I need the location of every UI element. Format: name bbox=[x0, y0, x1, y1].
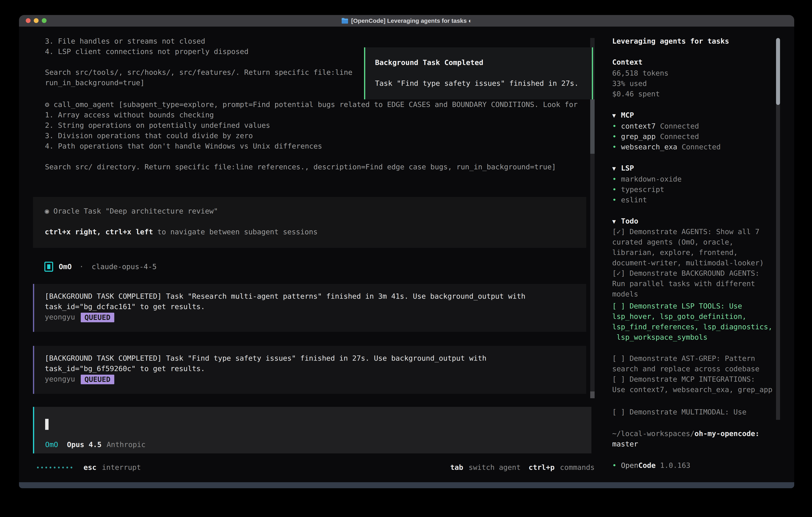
esc-key-hint: esc bbox=[84, 462, 96, 472]
input-meta: OmOOpus 4.5Anthropic bbox=[45, 439, 146, 450]
message-meta: yeongyuQUEUED bbox=[45, 312, 582, 322]
prompt-input[interactable]: OmOOpus 4.5Anthropic bbox=[33, 407, 591, 454]
close-window-button[interactable] bbox=[26, 18, 31, 23]
message-body: [BACKGROUND TASK COMPLETED] Task "Find t… bbox=[45, 353, 582, 374]
status-dot-icon: • bbox=[612, 184, 621, 195]
input-agent-name: OmO bbox=[45, 439, 58, 450]
message-author: yeongyu bbox=[45, 313, 75, 321]
sidebar-scrollbar-track bbox=[776, 104, 780, 420]
tab-key-label: switch agent bbox=[468, 462, 521, 472]
subagent-shortcut-hint: ctrl+x right, ctrl+x left to navigate be… bbox=[45, 227, 586, 237]
oracle-task-title: ◉ Oracle Task "Deep architecture review" bbox=[45, 206, 586, 216]
context-heading: Context bbox=[612, 57, 792, 67]
collapse-arrow-icon: ▼ bbox=[612, 110, 621, 121]
sidebar-scrollbar-thumb[interactable] bbox=[776, 38, 780, 105]
statusbar-right: tab switch agent ctrl+p commands bbox=[450, 462, 594, 472]
message-meta: yeongyuQUEUED bbox=[45, 374, 582, 384]
status-dot-icon: • bbox=[612, 174, 621, 184]
message-body: [BACKGROUND TASK COMPLETED] Task "Resear… bbox=[45, 291, 582, 312]
omo-agent-icon bbox=[45, 262, 53, 272]
context-spent: $0.46 spent bbox=[612, 89, 792, 99]
chat-scrollbar-thumb[interactable] bbox=[590, 99, 594, 154]
status-dot-icon: • bbox=[612, 460, 621, 471]
shortcut-description: to navigate between subagent sessions bbox=[153, 228, 318, 236]
mcp-section-heading[interactable]: ▼MCP bbox=[612, 110, 792, 121]
context-used: 33% used bbox=[612, 78, 792, 89]
lsp-item: •eslint bbox=[612, 195, 647, 205]
lsp-section-heading[interactable]: ▼LSP bbox=[612, 163, 792, 174]
ctrlp-key-label: commands bbox=[560, 462, 594, 472]
mcp-item: •websearch_exaConnected bbox=[612, 142, 721, 152]
background-task-notification: Background Task Completed Task "Find typ… bbox=[364, 47, 593, 99]
traffic-lights bbox=[26, 18, 47, 23]
window-title: [OpenCode] Leveraging agents for tasks ◐ bbox=[351, 16, 472, 26]
status-dot-icon: • bbox=[612, 131, 621, 142]
session-title: Leveraging agents for tasks bbox=[612, 36, 792, 46]
collapse-arrow-icon: ▼ bbox=[612, 163, 621, 174]
agent-model: claude-opus-4-5 bbox=[92, 262, 157, 272]
text-cursor bbox=[45, 419, 49, 430]
ctrlp-key-hint: ctrl+p bbox=[529, 462, 555, 472]
statusbar-left: esc interrupt bbox=[37, 462, 141, 472]
input-model-name: Opus 4.5 bbox=[67, 439, 102, 450]
lsp-item: •typescript bbox=[612, 184, 664, 195]
background-task-message: [BACKGROUND TASK COMPLETED] Task "Resear… bbox=[33, 284, 586, 332]
mcp-item: •grep_appConnected bbox=[612, 131, 699, 142]
collapse-arrow-icon: ▼ bbox=[612, 216, 621, 227]
agent-name: OmO bbox=[59, 262, 72, 272]
todo-pending-items: [ ] Demonstrate AST-GREP: Pattern search… bbox=[612, 353, 792, 395]
mcp-item: •context7Connected bbox=[612, 121, 699, 131]
todo-active-item: [ ] Demonstrate LSP TOOLS: Use lsp_hover… bbox=[612, 301, 792, 343]
todo-done-items: [✓] Demonstrate AGENTS: Show all 7 curat… bbox=[612, 226, 792, 299]
app-version: •OpenCode1.0.163 bbox=[612, 460, 690, 471]
todo-more-item: [ ] Demonstrate MULTIMODAL: Use bbox=[612, 407, 792, 417]
input-provider-name: Anthropic bbox=[107, 439, 145, 450]
status-dot-icon: • bbox=[612, 195, 621, 205]
agent-separator: · bbox=[79, 262, 84, 272]
tool-call-text: ⚙ call_omo_agent [subagent_type=explore,… bbox=[45, 99, 584, 172]
status-dot-icon: • bbox=[612, 121, 621, 131]
status-badge: QUEUED bbox=[81, 375, 114, 384]
window-bottom-edge bbox=[19, 482, 794, 488]
background-task-message: [BACKGROUND TASK COMPLETED] Task "Find t… bbox=[33, 346, 586, 394]
lsp-item: •markdown-oxide bbox=[612, 174, 682, 184]
activity-dots bbox=[37, 467, 72, 468]
agent-header: OmO · claude-opus-4-5 bbox=[45, 262, 157, 272]
status-badge: QUEUED bbox=[81, 313, 114, 322]
context-tokens: 66,518 tokens bbox=[612, 68, 792, 78]
notification-title: Background Task Completed bbox=[375, 57, 586, 68]
workspace-path: ~/local-workspaces/oh-my-opencode: bbox=[612, 429, 792, 439]
oracle-task-box: ◉ Oracle Task "Deep architecture review"… bbox=[33, 197, 586, 248]
zoom-window-button[interactable] bbox=[42, 18, 47, 23]
message-author: yeongyu bbox=[45, 375, 75, 383]
minimize-window-button[interactable] bbox=[34, 18, 38, 23]
chat-scrollbar-thumb-bottom[interactable] bbox=[590, 391, 594, 398]
shortcut-keys: ctrl+x right, ctrl+x left bbox=[45, 228, 153, 236]
folder-icon bbox=[341, 18, 348, 24]
titlebar: [OpenCode] Leveraging agents for tasks ◐ bbox=[19, 15, 794, 27]
tab-key-hint: tab bbox=[450, 462, 463, 472]
esc-key-label: interrupt bbox=[102, 462, 141, 472]
status-dot-icon: • bbox=[612, 142, 621, 152]
screenshot-root: [OpenCode] Leveraging agents for tasks ◐… bbox=[0, 0, 812, 517]
todo-section-heading[interactable]: ▼Todo bbox=[612, 216, 792, 227]
notification-body: Task "Find type safety issues" finished … bbox=[375, 78, 586, 88]
workspace-branch: master bbox=[612, 439, 792, 449]
